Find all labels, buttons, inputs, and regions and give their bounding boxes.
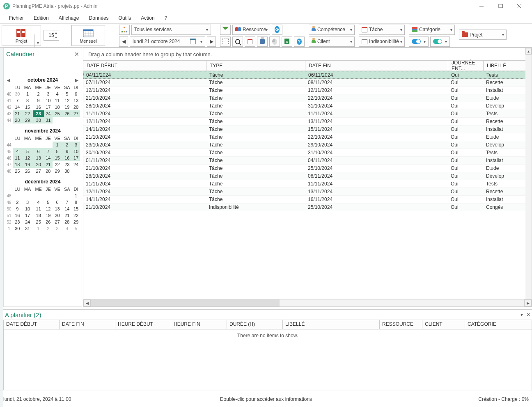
table-row[interactable]: 21/10/2024Tâche22/10/2024OuiEtude <box>83 94 532 102</box>
calendar-day[interactable]: 9 <box>13 206 22 212</box>
calendar-day[interactable]: 16 <box>13 212 22 219</box>
calendar-day[interactable]: 13 <box>72 97 80 104</box>
table-row[interactable]: 21/10/2024Tâche25/10/2024OuiEtude <box>83 165 532 172</box>
grid-body[interactable]: 04/11/2024Tâche06/11/2024OuiTests07/11/2… <box>83 71 532 299</box>
table-row[interactable]: 28/10/2024Tâche31/10/2024OuiDévelop <box>83 102 532 110</box>
date-picker[interactable]: lundi 21 octobre 2024 <box>130 37 205 47</box>
calendar-day[interactable]: 5 <box>62 91 72 97</box>
pcol-libelle[interactable]: LIBELLÉ <box>283 320 380 329</box>
calendar-day[interactable]: 7 <box>44 148 53 155</box>
toggle1-combo[interactable]: ▾ <box>409 37 429 47</box>
menu-donnes[interactable]: Données <box>85 14 113 23</box>
calendar-day[interactable]: 2 <box>44 225 53 232</box>
calendar-day[interactable]: 3 <box>22 199 33 206</box>
filter-button[interactable] <box>220 25 231 35</box>
calendar-day[interactable]: 23 <box>33 110 44 117</box>
pcol-heure-fin[interactable]: HEURE FIN <box>171 320 227 329</box>
minimize-button[interactable] <box>472 0 491 12</box>
calendar-day[interactable]: 13 <box>33 155 44 161</box>
calendar-day[interactable]: 17 <box>72 155 80 161</box>
calendar-day[interactable]: 3 <box>53 225 62 232</box>
calendar-day[interactable]: 5 <box>72 225 80 232</box>
spinner-icon[interactable]: ▲▼ <box>53 30 59 40</box>
pcol-duree[interactable]: DURÉE (H) <box>227 320 283 329</box>
number-input[interactable]: 15 ▲▼ <box>44 30 59 41</box>
month-prev-icon[interactable]: ◀ <box>7 78 10 82</box>
calendar-day[interactable]: 27 <box>72 110 80 117</box>
calendar-day[interactable]: 14 <box>13 104 22 110</box>
calendar-day[interactable]: 4 <box>62 225 72 232</box>
calendar-day[interactable]: 20 <box>72 104 80 110</box>
toggle2-combo[interactable]: ▾ <box>430 37 450 47</box>
menu-action[interactable]: Action <box>137 14 158 23</box>
panel-close-icon[interactable]: ✕ <box>526 312 530 318</box>
menu-fichier[interactable]: Fichier <box>5 14 28 23</box>
calendar-day[interactable]: 11 <box>13 155 22 161</box>
projet2-combo[interactable]: Projet <box>459 30 507 40</box>
menu-edition[interactable]: Edition <box>30 14 53 23</box>
table-row[interactable]: 07/11/2024Tâche08/11/2024OuiRecette <box>83 79 532 87</box>
calendar-day[interactable]: 30 <box>62 168 72 174</box>
col-journee[interactable]: JOURNÉE ENT... <box>448 61 484 71</box>
calendar-day[interactable]: 30 <box>13 91 22 97</box>
calendar-day[interactable]: 23 <box>62 161 72 168</box>
calendar-day[interactable]: 11 <box>53 97 62 104</box>
calendar-day[interactable]: 15 <box>22 104 33 110</box>
table-row[interactable]: 12/11/2024Tâche13/11/2024OuiRecette <box>83 118 532 126</box>
h-scrollbar[interactable]: ◀ ▶ <box>83 299 532 306</box>
calendar-day[interactable]: 1 <box>53 142 62 148</box>
calendar-day[interactable]: 18 <box>53 104 62 110</box>
calendar-day[interactable]: 31 <box>44 117 53 123</box>
calendar-day[interactable]: 16 <box>33 104 44 110</box>
pcol-categorie[interactable]: CATÉGORIE <box>465 320 532 329</box>
calendar-day[interactable]: 6 <box>72 91 80 97</box>
today-button[interactable] <box>245 37 255 47</box>
grid-group-hint[interactable]: Drag a column header here to group by th… <box>83 48 532 60</box>
calendar-day[interactable]: 9 <box>62 148 72 155</box>
calendar-day[interactable]: 19 <box>44 212 53 219</box>
calendar-day[interactable]: 26 <box>62 110 72 117</box>
indispo-combo[interactable]: Indisponibilité <box>359 37 405 47</box>
export-xls-button[interactable]: x <box>282 37 292 47</box>
calendar-day[interactable]: 29 <box>53 168 62 174</box>
calendar-day[interactable]: 24 <box>44 110 53 117</box>
calendar-day[interactable]: 1 <box>33 225 44 232</box>
pcol-date-fin[interactable]: DATE FIN <box>60 320 115 329</box>
pcol-client[interactable]: CLIENT <box>422 320 465 329</box>
scroll-right-icon[interactable]: ▶ <box>524 300 532 306</box>
search-button[interactable] <box>232 37 243 47</box>
calendar-day[interactable]: 29 <box>22 117 33 123</box>
calendar-day[interactable]: 16 <box>62 155 72 161</box>
calendar-day[interactable]: 7 <box>13 97 22 104</box>
table-row[interactable]: 28/10/2024Tâche08/11/2024OuiDévelop <box>83 172 532 180</box>
calendar-day[interactable]: 30 <box>33 117 44 123</box>
scroll-up-icon[interactable]: ▲ <box>525 48 532 55</box>
calendar-day[interactable]: 7 <box>62 199 72 206</box>
planifier-body[interactable]: There are no items to show. <box>3 329 532 390</box>
table-row[interactable]: 14/11/2024Tâche15/11/2024OuiInstallat <box>83 126 532 133</box>
menu-outils[interactable]: Outils <box>115 14 135 23</box>
table-row[interactable]: 11/11/2024Tâche11/11/2024OuiTests <box>83 180 532 188</box>
date-next-button[interactable]: ▶ <box>207 37 216 47</box>
scroll-left-icon[interactable]: ◀ <box>83 300 91 306</box>
calendar-day[interactable]: 6 <box>53 199 62 206</box>
calendar-day[interactable]: 8 <box>72 199 80 206</box>
mensuel-button[interactable]: Mensuel <box>71 25 105 46</box>
calendar-day[interactable]: 18 <box>13 161 22 168</box>
calendar-day[interactable]: 6 <box>33 148 44 155</box>
calendar-day[interactable]: 12 <box>22 155 33 161</box>
calendar-day[interactable]: 24 <box>72 161 80 168</box>
calendar-day[interactable]: 2 <box>62 142 72 148</box>
print-button[interactable] <box>257 37 268 47</box>
table-row[interactable]: 12/11/2024Tâche13/11/2024OuiRecette <box>83 188 532 196</box>
pcol-date-debut[interactable]: DATE DÉBUT <box>4 320 60 329</box>
service-combo[interactable]: Tous les services <box>131 25 211 35</box>
maximize-button[interactable] <box>491 0 510 12</box>
client-combo[interactable]: Client <box>309 37 355 47</box>
calendar-day[interactable]: 12 <box>62 97 72 104</box>
table-row[interactable]: 04/11/2024Tâche06/11/2024OuiTests <box>83 71 532 79</box>
calendar-day[interactable]: 28 <box>13 117 22 123</box>
calendar-day[interactable]: 5 <box>22 148 33 155</box>
calendar-day[interactable]: 15 <box>72 206 80 212</box>
table-row[interactable]: 21/10/2024Indisponibilité25/10/2024OuiCo… <box>83 204 532 211</box>
